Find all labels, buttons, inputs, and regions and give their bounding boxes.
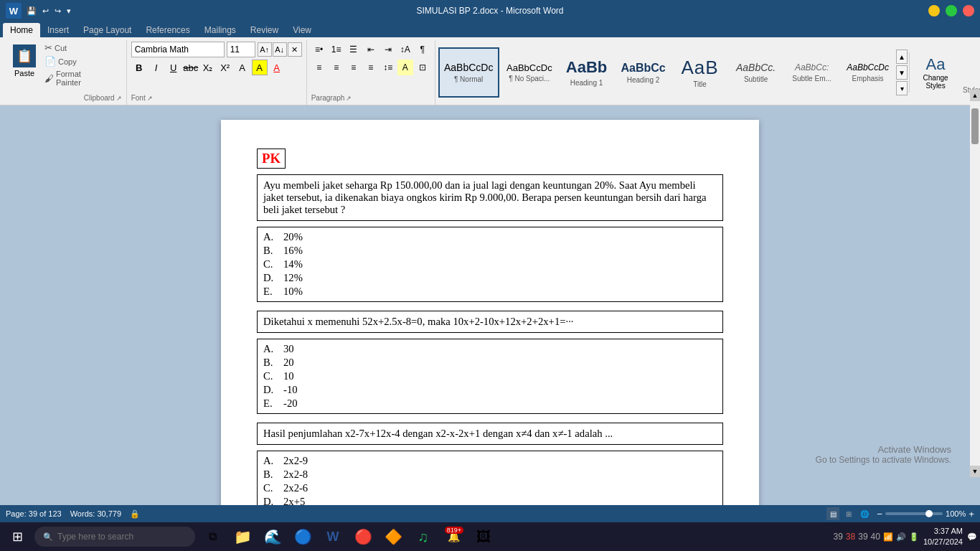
- zoom-in-btn[interactable]: +: [969, 509, 974, 519]
- change-styles-button[interactable]: Aa Change Styles: [914, 52, 957, 93]
- align-center-btn[interactable]: ≡: [329, 60, 344, 75]
- bullets-button[interactable]: ≡•: [311, 42, 327, 57]
- sort-button[interactable]: ↕A: [397, 42, 413, 57]
- chrome-btn[interactable]: 🔵: [288, 522, 317, 551]
- chrome2-btn[interactable]: 🔴: [349, 522, 377, 551]
- paste-button[interactable]: 📋 Paste: [7, 42, 42, 80]
- underline-button[interactable]: U: [166, 60, 182, 75]
- align-right-btn[interactable]: ≡: [346, 60, 362, 75]
- web-layout-btn[interactable]: 🌐: [858, 507, 871, 520]
- print-layout-btn[interactable]: ▤: [826, 507, 839, 520]
- tray-icon4: 40: [871, 532, 880, 542]
- justify-btn[interactable]: ≡: [363, 60, 379, 75]
- cut-item[interactable]: ✂ Cut: [43, 42, 83, 54]
- style-heading2[interactable]: AaBbCc Heading 2: [616, 47, 671, 98]
- copy-item[interactable]: 📄 Copy: [43, 55, 83, 67]
- scroll-down-btn[interactable]: ▼: [970, 466, 980, 477]
- tray-icons: 39 38 39 40 📶 🔊 🔋: [834, 532, 919, 542]
- tab-view[interactable]: View: [286, 23, 319, 37]
- bold-button[interactable]: B: [131, 60, 147, 75]
- align-left-btn[interactable]: ≡: [311, 60, 327, 75]
- subscript-button[interactable]: X₂: [200, 60, 216, 75]
- undo-quick-btn[interactable]: ↩: [40, 6, 51, 17]
- font-name-input[interactable]: [131, 42, 225, 57]
- clipboard-expand-icon[interactable]: ↗: [116, 95, 122, 102]
- text-effect-button[interactable]: A: [235, 60, 250, 75]
- letter-3a: A.: [263, 455, 278, 467]
- decrease-indent-btn[interactable]: ⇤: [363, 42, 379, 57]
- zoom-control[interactable]: − 100% +: [877, 509, 974, 519]
- strikethrough-button[interactable]: abc: [183, 60, 199, 75]
- show-marks-button[interactable]: ¶: [415, 42, 430, 57]
- style-emphasis-preview: AaBbCcDc: [847, 62, 889, 72]
- borders-btn[interactable]: ⊡: [415, 60, 430, 75]
- document-area[interactable]: PK Ayu membeli jaket seharga Rp 150.000,…: [0, 105, 980, 505]
- style-scroll-up[interactable]: ▲: [896, 50, 908, 64]
- decrease-font-btn[interactable]: A↓: [273, 42, 287, 57]
- save-quick-btn[interactable]: 💾: [24, 6, 39, 17]
- line-spacing-btn[interactable]: ↕≡: [380, 60, 396, 75]
- tab-references[interactable]: References: [138, 23, 197, 37]
- style-normal[interactable]: AaBbCcDc ¶ Normal: [438, 47, 499, 98]
- font-expand-icon[interactable]: ↗: [147, 95, 153, 102]
- style-expand-btn[interactable]: ▾: [896, 81, 908, 95]
- answer-2-b: B. 20: [263, 356, 717, 369]
- photos-btn[interactable]: 🖼: [469, 522, 498, 551]
- style-subtitle[interactable]: AaBbCc. Subtitle: [729, 47, 783, 98]
- close-btn[interactable]: [963, 5, 974, 17]
- zoom-out-btn[interactable]: −: [877, 509, 882, 519]
- font-size-input[interactable]: [227, 42, 255, 57]
- taskview-btn[interactable]: ⧉: [198, 522, 227, 551]
- full-screen-btn[interactable]: ⊞: [842, 507, 855, 520]
- dropdown-quick-btn[interactable]: ▾: [65, 6, 73, 17]
- shading-btn[interactable]: A: [397, 60, 413, 75]
- change-styles-label: Change Styles: [923, 74, 948, 90]
- font-color-button[interactable]: A: [269, 60, 285, 75]
- action-center-icon[interactable]: 💬: [967, 532, 977, 542]
- notif-btn[interactable]: 🔔 819+: [439, 522, 468, 551]
- style-heading1-preview: AaBb: [566, 58, 607, 77]
- zoom-slider[interactable]: [885, 512, 943, 515]
- word-taskbar-btn[interactable]: W: [319, 522, 347, 551]
- numbering-button[interactable]: 1≡: [329, 42, 344, 57]
- increase-indent-btn[interactable]: ⇥: [380, 42, 396, 57]
- app7-btn[interactable]: 🔶: [379, 522, 407, 551]
- search-input[interactable]: [57, 532, 187, 542]
- vertical-scrollbar[interactable]: ▲ ▼: [970, 105, 980, 477]
- tab-review[interactable]: Review: [243, 23, 286, 37]
- notif-badge: 819+: [445, 527, 463, 534]
- tab-mailings[interactable]: Mailings: [197, 23, 243, 37]
- maximize-btn[interactable]: [946, 5, 957, 17]
- tab-insert[interactable]: Insert: [40, 23, 76, 37]
- increase-font-btn[interactable]: A↑: [258, 42, 272, 57]
- style-emphasis[interactable]: AaBbCcDc Emphasis: [841, 47, 895, 98]
- highlight-button[interactable]: A: [252, 60, 268, 75]
- explorer-btn[interactable]: 📁: [228, 522, 257, 551]
- search-bar[interactable]: 🔍: [34, 527, 195, 547]
- answer-1-b: B. 16%: [263, 244, 717, 258]
- spotify-btn[interactable]: ♫: [409, 522, 438, 551]
- answers-2: A. 30 B. 20 C. 10 D. -10 E. -20: [257, 339, 723, 414]
- clock[interactable]: 3:37 AM 10/27/2024: [923, 526, 963, 548]
- minimize-btn[interactable]: [928, 5, 940, 17]
- style-scroll-down[interactable]: ▼: [896, 65, 908, 80]
- tab-pagelayout[interactable]: Page Layout: [76, 23, 138, 37]
- clear-format-btn[interactable]: ✕: [288, 42, 302, 57]
- photos-icon: 🖼: [476, 529, 491, 545]
- superscript-button[interactable]: X²: [217, 60, 233, 75]
- answer-2-a: A. 30: [263, 342, 717, 356]
- tab-home[interactable]: Home: [3, 23, 40, 37]
- start-button[interactable]: ⊞: [3, 522, 32, 551]
- style-title[interactable]: AaB Title: [673, 47, 727, 98]
- redo-quick-btn[interactable]: ↪: [52, 6, 63, 17]
- format-painter-item[interactable]: 🖌 Format Painter: [43, 69, 83, 88]
- paste-icon: 📋: [13, 44, 36, 67]
- style-nospace[interactable]: AaBbCcDc ¶ No Spaci...: [501, 47, 557, 98]
- style-heading1[interactable]: AaBb Heading 1: [560, 47, 613, 98]
- style-subtleemphasis[interactable]: AaBbCc: Subtle Em...: [785, 47, 839, 98]
- edge-btn[interactable]: 🌊: [258, 522, 287, 551]
- paragraph-expand-icon[interactable]: ↗: [346, 95, 352, 102]
- multilevel-button[interactable]: ☰: [346, 42, 362, 57]
- text-2c: 10: [283, 370, 294, 382]
- italic-button[interactable]: I: [149, 60, 164, 75]
